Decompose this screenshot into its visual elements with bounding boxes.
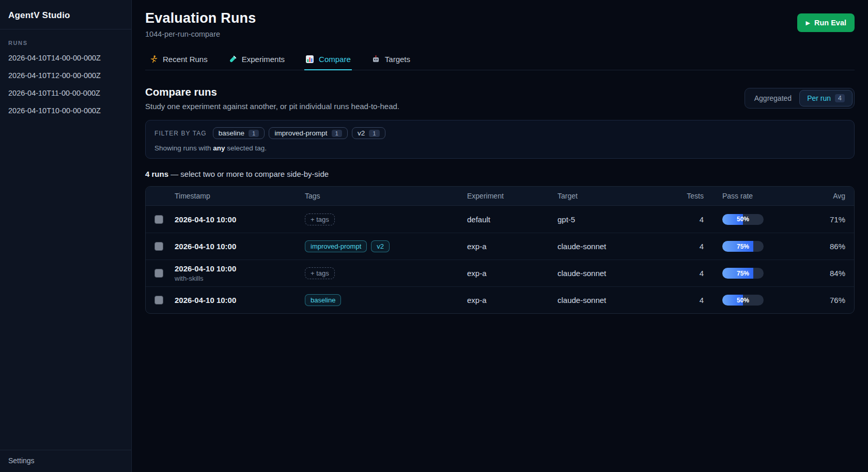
- cell-avg: 84%: [781, 265, 854, 282]
- cell-experiment: exp-a: [467, 265, 557, 282]
- filter-tag-count: 1: [249, 130, 259, 137]
- cell-experiment: exp-a: [467, 238, 557, 255]
- compare-runs-description: Study one experiment against another, or…: [145, 102, 399, 111]
- cell-tests: 4: [663, 238, 704, 255]
- run-timestamp: 2026-04-10 10:00: [175, 264, 305, 273]
- header-cell-tests: Tests: [663, 188, 704, 204]
- run-timestamp: 2026-04-10 10:00: [175, 296, 305, 304]
- filter-tag-list: baseline1improved-prompt1v21: [213, 127, 385, 139]
- cell-pass-rate: 75%: [704, 264, 781, 283]
- tab-recent-runs[interactable]: Recent Runs: [148, 52, 209, 70]
- cell-tags: + tags: [305, 209, 467, 230]
- cell-pass-rate: 50%: [704, 210, 781, 229]
- cell-target: gpt-5: [557, 211, 663, 228]
- sidebar-item-run[interactable]: 2026-04-10T11-00-00-000Z: [0, 84, 131, 102]
- cell-experiment: default: [467, 211, 557, 228]
- tag-chip-improved-prompt: improved-prompt: [305, 240, 367, 252]
- run-list: 2026-04-10T14-00-00-000Z2026-04-10T12-00…: [0, 49, 131, 119]
- pass-rate-bar: 75%: [722, 268, 764, 279]
- filter-note: Showing runs with any selected tag.: [154, 144, 845, 152]
- add-tags-button[interactable]: + tags: [305, 214, 335, 225]
- table-row[interactable]: 2026-04-10 10:00baselineexp-aclaude-sonn…: [146, 286, 854, 313]
- sidebar-item-run[interactable]: 2026-04-10T12-00-00-000Z: [0, 67, 131, 84]
- main-content: Evaluation Runs 1044-per-run-compare ▶ R…: [132, 0, 868, 472]
- filter-tag-v2[interactable]: v21: [352, 127, 385, 139]
- row-checkbox[interactable]: [154, 269, 163, 278]
- filter-by-tag-card: FILTER BY TAG baseline1improved-prompt1v…: [145, 120, 855, 159]
- cell-select: [146, 265, 175, 282]
- toggle-option-aggregated[interactable]: Aggregated: [747, 90, 799, 106]
- run-eval-button[interactable]: ▶ Run Eval: [797, 13, 855, 32]
- row-checkbox[interactable]: [154, 296, 163, 304]
- tab-label: Compare: [319, 55, 351, 64]
- filter-tag-name: improved-prompt: [274, 129, 327, 137]
- tab-compare[interactable]: Compare: [304, 52, 352, 70]
- cell-timestamp: 2026-04-10 10:00with-skills: [175, 260, 305, 286]
- table-row[interactable]: 2026-04-10 10:00+ tagsdefaultgpt-5450%71…: [146, 206, 854, 233]
- add-tags-button[interactable]: + tags: [305, 267, 335, 279]
- runs-section-label: RUNS: [0, 29, 131, 49]
- run-subtitle: with-skills: [175, 275, 305, 282]
- cell-tags: improved-promptv2: [305, 236, 467, 256]
- runs-table: TimestampTagsExperimentTargetTestsPass r…: [145, 186, 855, 314]
- table-header-row: TimestampTagsExperimentTargetTestsPass r…: [146, 187, 854, 206]
- pass-rate-label: 50%: [722, 214, 764, 225]
- view-mode-toggle: Aggregated Per run 4: [745, 88, 855, 109]
- page-subtitle: 1044-per-run-compare: [145, 30, 256, 38]
- cell-select: [146, 292, 175, 309]
- app-title: AgentV Studio: [0, 0, 131, 29]
- cell-tests: 4: [663, 292, 704, 309]
- tag-chip-v2: v2: [371, 240, 390, 252]
- test-tube-icon: [228, 55, 237, 64]
- cell-pass-rate: 75%: [704, 237, 781, 256]
- row-checkbox[interactable]: [154, 215, 163, 224]
- cell-avg: 71%: [781, 211, 854, 228]
- pass-rate-bar: 75%: [722, 241, 764, 252]
- run-timestamp: 2026-04-10 10:00: [175, 215, 305, 224]
- cell-timestamp: 2026-04-10 10:00: [175, 238, 305, 255]
- table-row[interactable]: 2026-04-10 10:00improved-promptv2exp-acl…: [146, 233, 854, 260]
- cell-select: [146, 211, 175, 228]
- sidebar: AgentV Studio RUNS 2026-04-10T14-00-00-0…: [0, 0, 132, 472]
- run-eval-label: Run Eval: [814, 19, 846, 27]
- cell-pass-rate: 50%: [704, 291, 781, 310]
- row-checkbox[interactable]: [154, 242, 163, 251]
- tab-experiments[interactable]: Experiments: [227, 52, 286, 70]
- cell-tags: baseline: [305, 290, 467, 310]
- sidebar-item-run[interactable]: 2026-04-10T10-00-00-000Z: [0, 102, 131, 119]
- sidebar-item-settings[interactable]: Settings: [0, 450, 131, 472]
- filter-by-tag-label: FILTER BY TAG: [154, 130, 207, 137]
- pass-rate-bar: 50%: [722, 214, 764, 225]
- play-icon: ▶: [805, 20, 810, 26]
- compare-runs-heading: Compare runs: [145, 86, 399, 98]
- header-cell-timestamp: Timestamp: [175, 188, 305, 204]
- header-cell-pass-rate: Pass rate: [704, 188, 781, 204]
- table-row[interactable]: 2026-04-10 10:00with-skills+ tagsexp-acl…: [146, 260, 854, 286]
- tab-label: Experiments: [242, 55, 285, 64]
- filter-tag-count: 1: [369, 130, 379, 137]
- cell-select: [146, 238, 175, 255]
- header-cell-experiment: Experiment: [467, 188, 557, 204]
- cell-timestamp: 2026-04-10 10:00: [175, 211, 305, 228]
- robot-icon: [371, 55, 380, 64]
- toggle-option-per-run[interactable]: Per run 4: [799, 90, 853, 106]
- tab-targets[interactable]: Targets: [370, 52, 411, 70]
- cell-tests: 4: [663, 211, 704, 228]
- filter-tag-name: baseline: [219, 129, 244, 137]
- cell-target: claude-sonnet: [557, 238, 663, 255]
- tag-chip-baseline: baseline: [305, 294, 341, 306]
- header-cell-target: Target: [557, 188, 663, 204]
- run-timestamp: 2026-04-10 10:00: [175, 242, 305, 251]
- cell-tests: 4: [663, 265, 704, 282]
- pass-rate-label: 75%: [722, 241, 764, 252]
- cell-experiment: exp-a: [467, 292, 557, 309]
- filter-tag-baseline[interactable]: baseline1: [213, 127, 265, 139]
- table-body: 2026-04-10 10:00+ tagsdefaultgpt-5450%71…: [146, 206, 854, 313]
- tab-bar: Recent RunsExperimentsCompareTargets: [145, 52, 855, 70]
- filter-tag-improved-prompt[interactable]: improved-prompt1: [269, 127, 347, 139]
- sidebar-item-run[interactable]: 2026-04-10T14-00-00-000Z: [0, 49, 131, 67]
- pass-rate-label: 50%: [722, 295, 764, 306]
- header-cell-avg: Avg: [781, 188, 854, 204]
- filter-tag-name: v2: [358, 129, 365, 137]
- header-cell-select: [146, 192, 175, 200]
